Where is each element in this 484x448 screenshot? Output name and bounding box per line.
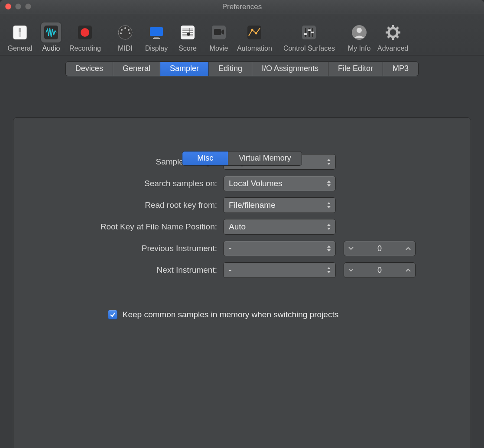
svg-point-27	[251, 29, 253, 31]
keep-common-label: Keep common samples in memory when switc…	[123, 310, 338, 319]
toolbar-general[interactable]: General	[4, 21, 36, 53]
toolbar-label: Recording	[69, 45, 101, 52]
svg-point-21	[187, 33, 190, 36]
body: Devices General Sampler Editing I/O Assi…	[0, 55, 484, 448]
score-icon	[177, 22, 198, 43]
toolbar-midi[interactable]: MIDI	[110, 21, 141, 53]
prev-instrument-popup[interactable]: -	[223, 241, 336, 256]
svg-line-46	[388, 36, 390, 38]
svg-point-47	[391, 30, 395, 35]
root-key-pos-popup[interactable]: Auto	[223, 219, 336, 235]
toolbar-movie[interactable]: Movie	[203, 21, 234, 53]
svg-point-37	[357, 28, 362, 33]
zoom-button[interactable]	[25, 3, 31, 10]
toolbar-display[interactable]: Display	[141, 21, 172, 53]
next-instrument-popup[interactable]: -	[223, 262, 336, 278]
toolbar: General Audio Recording MIDI Displ	[0, 14, 484, 55]
toolbar-label: Control Surfaces	[283, 45, 335, 52]
next-instrument-label: Next Instrument:	[31, 265, 217, 275]
svg-rect-12	[150, 27, 163, 36]
svg-line-45	[396, 27, 398, 29]
search-samples-popup[interactable]: Local Volumes	[223, 176, 336, 191]
tab-file-editor[interactable]: File Editor	[328, 62, 383, 76]
tab-io-assignments[interactable]: I/O Assignments	[252, 62, 328, 76]
chevron-updown-icon	[325, 263, 333, 277]
toolbar-label: Advanced	[377, 45, 408, 52]
faders-icon	[299, 22, 319, 43]
chevron-updown-icon	[325, 198, 333, 213]
keep-common-checkbox[interactable]	[108, 310, 117, 319]
next-instrument-number: 0	[354, 266, 406, 275]
tab-mp3[interactable]: MP3	[383, 62, 418, 76]
record-icon	[75, 22, 95, 43]
chevron-up-icon[interactable]	[406, 247, 411, 250]
prev-instrument-label: Previous Instrument:	[31, 244, 217, 253]
gear-icon	[383, 22, 403, 43]
next-instrument-stepper[interactable]: 0	[344, 262, 416, 278]
audio-tabs: Devices General Sampler Editing I/O Assi…	[65, 61, 419, 76]
tab-general[interactable]: General	[113, 62, 160, 76]
svg-marker-58	[327, 267, 331, 269]
toolbar-control-surfaces[interactable]: Control Surfaces	[281, 21, 338, 53]
svg-marker-50	[327, 180, 331, 183]
chevron-up-icon[interactable]	[406, 268, 411, 272]
svg-rect-31	[309, 28, 310, 37]
person-icon	[349, 22, 370, 43]
tab-sampler[interactable]: Sampler	[160, 62, 209, 76]
toolbar-automation[interactable]: Automation	[234, 21, 275, 53]
svg-marker-56	[327, 245, 331, 248]
toolbar-label: Display	[145, 45, 168, 52]
window-controls	[5, 3, 31, 10]
toolbar-advanced[interactable]: Advanced	[375, 21, 411, 53]
automation-icon	[244, 22, 265, 43]
svg-rect-22	[189, 28, 190, 34]
read-root-popup[interactable]: File/filename	[223, 197, 336, 213]
tab-devices[interactable]: Devices	[66, 62, 113, 76]
toolbar-recording[interactable]: Recording	[67, 21, 104, 53]
toolbar-label: Movie	[210, 45, 228, 52]
prev-instrument-stepper[interactable]: 0	[344, 241, 416, 256]
toolbar-label: Audio	[42, 45, 60, 52]
svg-marker-54	[327, 224, 331, 226]
next-instrument-value: -	[229, 265, 231, 275]
search-samples-value: Local Volumes	[229, 179, 283, 188]
svg-rect-2	[19, 28, 21, 32]
tab-editing[interactable]: Editing	[209, 62, 252, 76]
svg-line-43	[388, 27, 390, 29]
tab-misc[interactable]: Misc	[182, 151, 228, 165]
settings-panel: Sample Storage: Original Search samples …	[13, 117, 471, 448]
toolbar-audio[interactable]: Audio	[36, 21, 67, 53]
svg-line-44	[396, 36, 398, 38]
toolbar-label: Score	[179, 45, 197, 52]
svg-point-8	[121, 29, 123, 31]
svg-point-5	[81, 28, 89, 37]
svg-rect-13	[154, 37, 159, 38]
tab-virtual-memory[interactable]: Virtual Memory	[228, 151, 302, 165]
display-icon	[146, 22, 167, 43]
toolbar-score[interactable]: Score	[172, 21, 203, 53]
svg-point-11	[129, 32, 130, 34]
svg-rect-24	[214, 29, 221, 35]
movie-icon	[208, 22, 229, 43]
svg-rect-35	[311, 32, 314, 33]
svg-point-9	[128, 29, 130, 31]
minimize-button[interactable]	[15, 3, 21, 10]
chevron-updown-icon	[325, 176, 333, 191]
preferences-window: Preferences General Audio Recording	[0, 0, 484, 448]
chevron-updown-icon	[325, 219, 333, 234]
prev-instrument-value: -	[229, 244, 231, 253]
svg-rect-33	[304, 33, 307, 35]
svg-marker-55	[327, 228, 331, 230]
waveform-icon	[41, 22, 62, 43]
chevron-down-icon[interactable]	[348, 268, 354, 272]
chevron-updown-icon	[325, 241, 333, 256]
toolbar-label: Automation	[237, 45, 272, 52]
toolbar-label: MIDI	[118, 45, 133, 52]
read-root-value: File/filename	[229, 200, 276, 210]
chevron-down-icon[interactable]	[348, 247, 354, 250]
prev-instrument-number: 0	[354, 244, 406, 253]
toolbar-my-info[interactable]: My Info	[344, 21, 375, 53]
close-button[interactable]	[5, 3, 11, 10]
svg-point-28	[255, 32, 257, 35]
svg-marker-52	[327, 202, 331, 204]
